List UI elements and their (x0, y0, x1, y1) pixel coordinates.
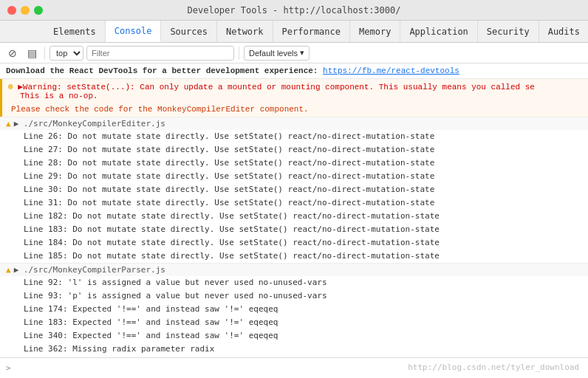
chevron-down-icon: ▾ (300, 48, 304, 58)
devtools-link[interactable]: https://fb.me/react-devtools (323, 66, 459, 75)
toggle-drawer-button[interactable]: ▤ (24, 45, 40, 61)
window-controls[interactable] (0, 6, 43, 15)
tab-performance[interactable]: Performance (273, 21, 350, 42)
log-line: Line 174: Expected '!==' and instead saw… (0, 303, 588, 316)
tab-bar: Elements Console Sources Network Perform… (0, 21, 588, 43)
warning-continuation: This is a no-op. (8, 92, 582, 100)
log-line: Line 362: Missing radix parameter radix (0, 343, 588, 356)
log-line: Line 182: Do not mutate state directly. … (0, 210, 588, 223)
log-line: Line 183: Expected '!==' and instead saw… (0, 316, 588, 329)
tab-sources[interactable]: Sources (161, 21, 217, 42)
log-line: Line 185: Do not mutate state directly. … (0, 250, 588, 263)
tab-elements[interactable]: Elements (44, 21, 106, 42)
log-line: Line 29: Do not mutate state directly. U… (0, 170, 588, 183)
log-file-header-editer[interactable]: ▲ ▶ ./src/MonkeyCompilerEditer.js (0, 117, 588, 130)
minimize-button[interactable] (21, 6, 30, 15)
log-line: Line 26: Do not mutate state directly. U… (0, 130, 588, 143)
close-button[interactable] (7, 6, 16, 15)
log-lines-editer: Line 26: Do not mutate state directly. U… (0, 130, 588, 263)
log-section-parser: ▲ ▶ ./src/MonkeyCompilerParser.js Line 9… (0, 263, 588, 357)
clear-console-button[interactable]: ⊘ (4, 45, 21, 61)
log-section-editer: ▲ ▶ ./src/MonkeyCompilerEditer.js Line 2… (0, 117, 588, 263)
devtools-banner: Download the React DevTools for a better… (0, 63, 588, 79)
maximize-button[interactable] (34, 6, 43, 15)
warning-text: ▶Warning: setState(...): Can only update… (18, 83, 535, 92)
banner-text-bold: Download the React DevTools for a better… (6, 66, 323, 75)
log-line: Line 183: Do not mutate state directly. … (0, 223, 588, 236)
context-selector[interactable]: top (49, 46, 83, 61)
warning-icon: ⊗ (8, 83, 18, 92)
log-lines-parser: Line 92: 'l' is assigned a value but nev… (0, 276, 588, 357)
log-filename-editer: ▶ ./src/MonkeyCompilerEditer.js (14, 119, 165, 128)
toolbar-separator-2 (239, 47, 239, 60)
log-line: Line 340: Expected '!==' and instead saw… (0, 329, 588, 343)
titlebar: Developer Tools - http://localhost:3000/ (0, 0, 588, 21)
log-line: Line 27: Do not mutate state directly. U… (0, 143, 588, 157)
tab-security[interactable]: Security (478, 21, 539, 42)
warning-block: ⊗ ▶Warning: setState(...): Can only upda… (0, 79, 588, 117)
warning-note: Please check the code for the MonkeyComp… (8, 105, 582, 114)
log-line: Line 93: 'p' is assigned a value but nev… (0, 289, 588, 303)
context-selector-container: top (49, 46, 83, 61)
log-line: Line 30: Do not mutate state directly. U… (0, 183, 588, 196)
tab-application[interactable]: Application (400, 21, 477, 42)
tab-memory[interactable]: Memory (350, 21, 400, 42)
tab-network[interactable]: Network (217, 21, 273, 42)
window-title: Developer Tools - http://localhost:3000/ (188, 5, 401, 16)
filter-input[interactable] (86, 46, 234, 61)
tab-console[interactable]: Console (106, 21, 162, 42)
prompt-symbol: > (6, 363, 11, 373)
warning-triangle-icon: ▲ (6, 119, 11, 128)
log-line: Line 92: 'l' is assigned a value but nev… (0, 276, 588, 289)
log-line: Line 184: Do not mutate state directly. … (0, 236, 588, 250)
log-line: Line 28: Do not mutate state directly. U… (0, 157, 588, 170)
log-filename-parser: ▶ ./src/MonkeyCompilerParser.js (14, 265, 165, 275)
warning-line-1: ⊗ ▶Warning: setState(...): Can only upda… (8, 82, 582, 92)
console-toolbar: ⊘ ▤ top Default levels ▾ (0, 43, 588, 63)
toolbar-separator-1 (44, 47, 45, 60)
log-levels-button[interactable]: Default levels ▾ (244, 46, 310, 61)
log-file-header-parser[interactable]: ▲ ▶ ./src/MonkeyCompilerParser.js (0, 263, 588, 276)
console-output: Download the React DevTools for a better… (0, 63, 588, 357)
log-line: Line 31: Do not mutate state directly. U… (0, 196, 588, 210)
tab-audits[interactable]: Audits (539, 21, 588, 42)
warning-triangle-icon-2: ▲ (6, 265, 11, 275)
watermark: http://blog.csdn.net/tyler_download (408, 362, 579, 372)
